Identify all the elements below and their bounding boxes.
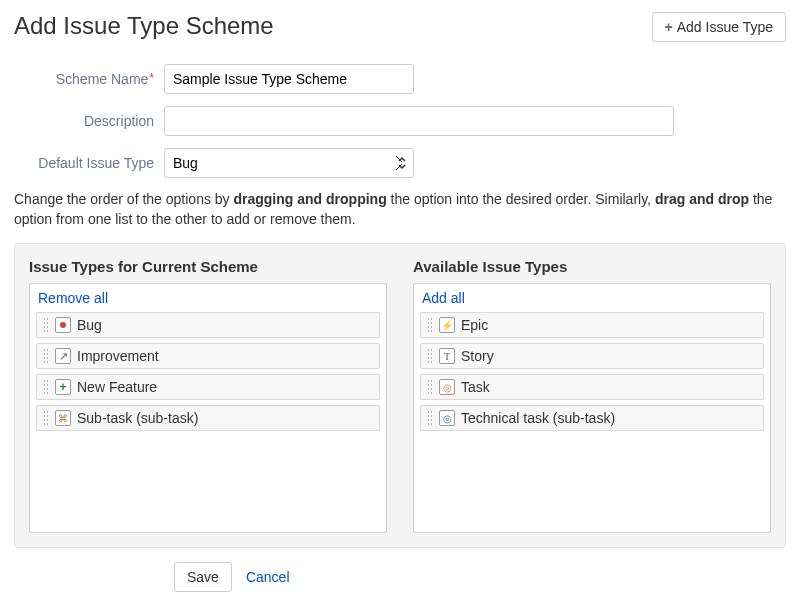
cancel-link[interactable]: Cancel [246,569,290,585]
add-issue-type-label: Add Issue Type [677,19,773,35]
drag-grip-icon[interactable] [43,379,49,395]
current-item[interactable]: Sub-task (sub-task) [36,405,380,431]
issue-type-label: Improvement [77,348,159,364]
drag-grip-icon[interactable] [427,379,433,395]
default-issue-type-label: Default Issue Type [14,155,164,171]
issue-type-label: Epic [461,317,488,333]
description-input[interactable] [164,106,674,136]
drag-grip-icon[interactable] [43,317,49,333]
current-scheme-title: Issue Types for Current Scheme [29,258,387,275]
available-types-title: Available Issue Types [413,258,771,275]
available-types-list[interactable]: Add all EpicStoryTaskTechnical task (sub… [413,283,771,533]
plus-icon: + [665,19,673,35]
issue-type-label: Task [461,379,490,395]
save-button[interactable]: Save [174,562,232,592]
issue-type-label: Sub-task (sub-task) [77,410,198,426]
lists-panel: Issue Types for Current Scheme Remove al… [14,243,786,548]
drag-grip-icon[interactable] [43,410,49,426]
scheme-name-input[interactable] [164,64,414,94]
drag-grip-icon[interactable] [427,317,433,333]
current-item[interactable]: Improvement [36,343,380,369]
current-item[interactable]: New Feature [36,374,380,400]
drag-grip-icon[interactable] [427,348,433,364]
instructions-text: Change the order of the options by dragg… [14,190,786,229]
available-item[interactable]: Technical task (sub-task) [420,405,764,431]
issue-type-label: Technical task (sub-task) [461,410,615,426]
remove-all-link[interactable]: Remove all [38,290,108,306]
current-item[interactable]: Bug [36,312,380,338]
bug-icon [55,317,71,333]
drag-grip-icon[interactable] [427,410,433,426]
issue-type-label: Story [461,348,494,364]
techtask-icon [439,410,455,426]
page-title: Add Issue Type Scheme [14,12,274,40]
description-label: Description [14,113,164,129]
task-icon [439,379,455,395]
epic-icon [439,317,455,333]
scheme-name-label: Scheme Name* [14,71,164,87]
current-scheme-list[interactable]: Remove all BugImprovementNew FeatureSub-… [29,283,387,533]
available-item[interactable]: Epic [420,312,764,338]
issue-type-label: New Feature [77,379,157,395]
required-asterisk: * [149,71,154,85]
improvement-icon [55,348,71,364]
drag-grip-icon[interactable] [43,348,49,364]
issue-type-label: Bug [77,317,102,333]
available-item[interactable]: Task [420,374,764,400]
available-item[interactable]: Story [420,343,764,369]
story-icon [439,348,455,364]
add-all-link[interactable]: Add all [422,290,465,306]
subtask-icon [55,410,71,426]
add-issue-type-button[interactable]: + Add Issue Type [652,12,786,42]
newfeature-icon [55,379,71,395]
default-issue-type-select[interactable]: Bug [164,148,414,178]
